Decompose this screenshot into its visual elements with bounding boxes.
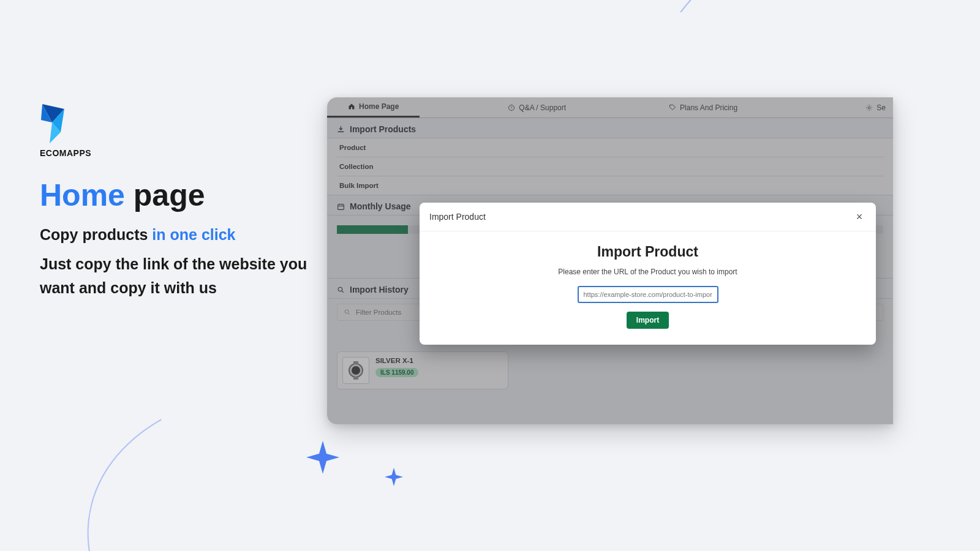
app-window: Home Page ? Q&A / Support Plans And Pric…	[327, 97, 893, 424]
monthly-usage-title: Monthly Usage	[350, 201, 411, 211]
product-name: SILVER X-1	[375, 357, 418, 364]
watch-icon	[346, 361, 366, 380]
home-icon	[348, 103, 355, 110]
sparkle-icon	[385, 468, 403, 486]
tab-support[interactable]: ? Q&A / Support	[487, 97, 587, 118]
modal-close-button[interactable]: ×	[853, 210, 866, 223]
product-thumbnail	[342, 357, 369, 384]
headline-accent: Home	[40, 178, 125, 212]
svg-point-8	[338, 287, 342, 291]
svg-point-11	[352, 366, 360, 375]
svg-rect-13	[353, 377, 358, 380]
modal-header: Import Product ×	[420, 203, 876, 231]
tab-settings-label: Se	[876, 103, 886, 112]
modal-title: Import Product	[429, 244, 866, 260]
import-products-title: Import Products	[350, 124, 416, 134]
product-url-input[interactable]	[578, 286, 718, 303]
modal-body: Import Product Please enter the URL of t…	[420, 231, 876, 345]
subheadline-2: Just copy the link of the website you wa…	[40, 252, 315, 300]
tab-home-label: Home Page	[359, 102, 399, 111]
download-icon	[337, 126, 345, 133]
sub1-accent: in one click	[152, 226, 235, 243]
svg-rect-12	[353, 361, 358, 364]
product-price-badge: ILS 1159.00	[375, 368, 418, 377]
headline-rest: page	[125, 178, 205, 212]
tab-support-label: Q&A / Support	[519, 103, 566, 112]
subtab-product[interactable]: Product	[337, 138, 883, 157]
pricing-icon	[669, 104, 676, 111]
search-icon	[344, 309, 351, 316]
svg-rect-7	[338, 204, 344, 209]
subtab-collection[interactable]: Collection	[337, 157, 883, 176]
logo: ECOMAPPS	[40, 104, 315, 158]
section-import-products: Import Products	[327, 118, 893, 138]
product-meta: SILVER X-1 ILS 1159.00	[375, 357, 418, 377]
filter-placeholder: Filter Products	[356, 309, 401, 316]
tab-pricing-label: Plans And Pricing	[680, 103, 737, 112]
import-history-title: Import History	[350, 285, 409, 294]
import-subtabs: Product Collection Bulk Import	[327, 138, 893, 195]
subtab-bulk-import[interactable]: Bulk Import	[337, 176, 883, 195]
modal-header-title: Import Product	[429, 212, 486, 222]
top-tabs: Home Page ? Q&A / Support Plans And Pric…	[327, 97, 893, 118]
tab-home[interactable]: Home Page	[327, 97, 420, 118]
help-icon: ?	[508, 104, 515, 111]
gear-icon	[865, 104, 873, 111]
subheadline-1: Copy products in one click	[40, 226, 315, 244]
sparkle-icon	[306, 441, 339, 474]
svg-text:?: ?	[511, 106, 513, 110]
sub1-pre: Copy products	[40, 226, 152, 243]
usage-bar-fill	[337, 225, 408, 234]
close-icon: ×	[856, 211, 863, 223]
svg-point-6	[869, 107, 870, 108]
logo-text: ECOMAPPS	[40, 148, 91, 158]
search-icon	[337, 286, 345, 294]
tab-settings[interactable]: Se	[845, 97, 893, 118]
history-product-row[interactable]: SILVER X-1 ILS 1159.00	[337, 351, 508, 389]
svg-point-9	[345, 310, 349, 313]
import-product-modal: Import Product × Import Product Please e…	[420, 203, 876, 345]
marketing-panel: ECOMAPPS Home page Copy products in one …	[40, 104, 315, 300]
modal-instruction: Please enter the URL of the Product you …	[429, 268, 866, 276]
import-button[interactable]: Import	[627, 312, 669, 329]
tab-pricing[interactable]: Plans And Pricing	[648, 97, 758, 118]
calendar-icon	[337, 203, 345, 211]
logo-icon	[40, 104, 74, 144]
headline: Home page	[40, 179, 315, 212]
